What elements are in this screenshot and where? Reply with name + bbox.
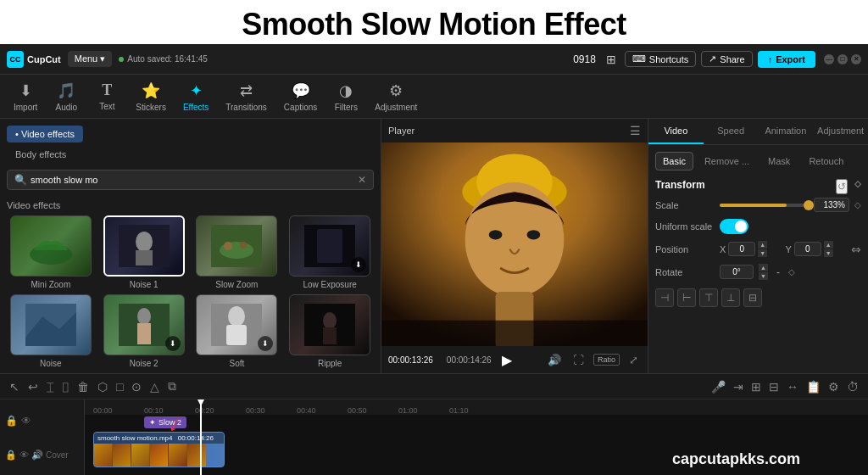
- scale-slider-track[interactable]: [720, 204, 809, 207]
- position-x-up[interactable]: ▲: [758, 241, 767, 249]
- eye-icon[interactable]: 👁: [21, 415, 31, 427]
- download-icon-low-exposure[interactable]: ⬇: [351, 257, 366, 272]
- effect-mini-zoom[interactable]: Mini Zoom: [7, 215, 95, 289]
- export-button[interactable]: ↑ Export: [758, 51, 815, 68]
- toolbar-filters[interactable]: ◑ Filters: [327, 78, 364, 115]
- scale-slider-thumb[interactable]: [804, 200, 814, 210]
- shortcuts-button[interactable]: ⌨ Shortcuts: [625, 51, 696, 67]
- sub-tab-basic[interactable]: Basic: [655, 152, 693, 170]
- window-controls: — □ ✕: [824, 54, 861, 64]
- scale-value-input[interactable]: [814, 198, 849, 212]
- align-center-h-icon[interactable]: ⊢: [677, 288, 696, 307]
- position-y-down[interactable]: ▼: [824, 249, 833, 257]
- tl-icon-6[interactable]: ⚙: [826, 378, 842, 395]
- tab-speed[interactable]: Speed: [704, 119, 759, 144]
- transform-diamond-icon[interactable]: ◇: [854, 179, 861, 194]
- toolbar-adjustment[interactable]: ⚙ Adjustment: [368, 78, 424, 115]
- freeze-button[interactable]: ⬡: [95, 378, 110, 395]
- uniform-scale-toggle[interactable]: [720, 219, 748, 234]
- align-top-icon[interactable]: ⊤: [699, 288, 718, 307]
- close-button[interactable]: ✕: [851, 54, 861, 64]
- rotate-up[interactable]: ▲: [759, 264, 768, 271]
- split-button[interactable]: ⌶: [44, 378, 56, 395]
- grid-icon-btn[interactable]: ⊞: [603, 51, 620, 68]
- position-x-input[interactable]: [728, 242, 755, 256]
- toolbar-transitions[interactable]: ⇄ Transitions: [219, 78, 274, 115]
- undo-button[interactable]: ↩: [25, 378, 41, 395]
- track-eye-icon[interactable]: 👁: [19, 450, 29, 460]
- position-y-up[interactable]: ▲: [824, 241, 833, 249]
- menu-button[interactable]: Menu ▾: [68, 51, 113, 67]
- rotate-value-input[interactable]: [720, 265, 754, 279]
- tl-settings-button[interactable]: ⏱: [844, 378, 861, 395]
- track-audio-icon[interactable]: 🔊: [31, 450, 43, 461]
- track-lock-icon[interactable]: 🔒: [5, 450, 17, 461]
- tab-adjustment[interactable]: Adjustment: [813, 119, 868, 144]
- tab-video[interactable]: Video: [648, 119, 704, 144]
- toolbar-stickers[interactable]: ⭐ Stickers: [129, 78, 173, 115]
- fullscreen-icon[interactable]: ⛶: [570, 352, 587, 368]
- align-middle-v-icon[interactable]: ⊥: [721, 288, 740, 307]
- effect-noise-2[interactable]: ⬇ Noise 2: [100, 294, 188, 368]
- crop-button[interactable]: □: [114, 378, 125, 395]
- ruler-tick-5: 00:50: [348, 406, 367, 415]
- player-menu-icon[interactable]: ☰: [630, 124, 641, 137]
- align-left-icon[interactable]: ⊣: [655, 288, 674, 307]
- playhead-ruler: [200, 400, 202, 415]
- volume-icon[interactable]: 🔊: [545, 352, 564, 368]
- play-button[interactable]: ▶: [498, 352, 515, 368]
- tl-icon-3[interactable]: ⊟: [766, 378, 782, 395]
- position-link-icon[interactable]: ⇔: [851, 243, 861, 256]
- transform-reset-button[interactable]: ↺: [836, 179, 848, 194]
- tab-animation[interactable]: Animation: [759, 119, 814, 144]
- effect-low-exposure[interactable]: ⬇ Low Exposure: [286, 215, 374, 289]
- tab-body-effects[interactable]: Body effects: [7, 146, 75, 163]
- effect-ripple[interactable]: Ripple: [286, 294, 374, 368]
- ratio-button[interactable]: Ratio: [593, 354, 620, 366]
- toolbar-import[interactable]: ⬇ Import: [7, 78, 44, 115]
- mic-icon[interactable]: 🎤: [709, 378, 728, 395]
- sub-tab-mask[interactable]: Mask: [760, 152, 798, 170]
- scale-diamond-icon[interactable]: ◇: [854, 200, 861, 210]
- video-clip[interactable]: smooth slow motion.mp4 00:00:14:26: [93, 432, 225, 467]
- download-icon-noise-2[interactable]: ⬇: [165, 336, 181, 351]
- tab-video-effects[interactable]: • Video effects: [7, 126, 83, 142]
- expand-icon[interactable]: ⤢: [626, 352, 641, 368]
- tl-icon-1[interactable]: ⇥: [731, 378, 746, 395]
- search-input[interactable]: [31, 175, 354, 185]
- trim-button[interactable]: ⌷: [59, 378, 71, 395]
- sub-tab-retouch[interactable]: Retouch: [801, 152, 851, 170]
- select-tool-button[interactable]: ↖: [7, 378, 22, 395]
- toolbar-text[interactable]: T Text: [88, 78, 125, 115]
- effect-slow-zoom[interactable]: ↓ Slow Zoom: [193, 215, 281, 289]
- main-content: • Video effects Body effects 🔍 ✕ Video e…: [0, 119, 868, 373]
- effect-thumb-ripple: [289, 294, 370, 355]
- effect-noise-1[interactable]: Noise 1: [100, 215, 188, 289]
- zoom-button[interactable]: ⧉: [165, 377, 179, 395]
- maximize-button[interactable]: □: [837, 54, 848, 64]
- rotate-minus: -: [776, 266, 780, 278]
- keyframe-button[interactable]: △: [147, 378, 162, 395]
- minimize-button[interactable]: —: [824, 54, 834, 64]
- toolbar-captions[interactable]: 💬 Captions: [277, 78, 324, 115]
- share-button[interactable]: ↗ Share: [701, 51, 752, 67]
- toolbar-audio[interactable]: 🎵 Audio: [47, 78, 85, 115]
- play-timeline-button[interactable]: ⊙: [129, 378, 144, 395]
- effect-soft[interactable]: ⬇ Soft: [193, 294, 281, 368]
- lock-icon[interactable]: 🔒: [5, 415, 18, 427]
- rotate-diamond-icon[interactable]: ◇: [788, 267, 795, 277]
- position-y-input[interactable]: [794, 242, 821, 256]
- effect-noise-3[interactable]: Noise: [7, 294, 95, 368]
- tl-icon-4[interactable]: ↔: [784, 378, 801, 395]
- position-x-down[interactable]: ▼: [758, 249, 767, 257]
- tl-icon-2[interactable]: ⊞: [748, 378, 764, 395]
- tl-icon-5[interactable]: 📋: [804, 378, 823, 395]
- align-distribute-icon[interactable]: ⊟: [743, 288, 762, 307]
- sub-tab-remove[interactable]: Remove ...: [697, 152, 757, 170]
- toolbar-effects[interactable]: ✦ Effects: [176, 78, 215, 115]
- right-panel: Video Speed Animation Adjustment Basic R…: [648, 119, 868, 373]
- rotate-down[interactable]: ▼: [759, 272, 768, 280]
- scale-slider-fill: [720, 204, 787, 207]
- delete-button[interactable]: 🗑: [75, 378, 92, 395]
- search-clear-icon[interactable]: ✕: [358, 174, 366, 186]
